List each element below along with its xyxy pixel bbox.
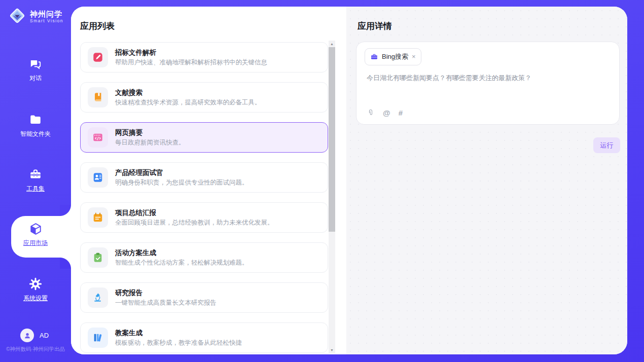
app-card-title: 研究报告 — [115, 288, 217, 297]
paperclip-icon[interactable] — [367, 108, 375, 117]
folder-icon — [29, 113, 42, 126]
run-button[interactable]: 运行 — [593, 137, 620, 153]
app-list-panel: 应用列表 招标文件解析 帮助用户快速、准确地理解和解析招标书中的关键信息 — [71, 7, 346, 354]
sidebar-item-smart-folder[interactable]: 智能文件夹 — [0, 113, 71, 138]
brand-name: 神州问学 — [30, 10, 63, 18]
calendar-report-icon — [88, 207, 108, 228]
edit-square-icon — [88, 47, 108, 67]
app-card-web-summary[interactable]: 网页摘要 每日政府新闻资讯快查。 — [80, 122, 328, 153]
app-card-bid-analysis[interactable]: 招标文件解析 帮助用户快速、准确地理解和解析招标书中的关键信息 — [80, 42, 328, 73]
at-icon[interactable]: @ — [383, 108, 390, 117]
sidebar-item-app-market[interactable]: 应用市场 — [0, 222, 71, 247]
app-card-desc: 一键智能生成高质量长文本研究报告 — [115, 299, 217, 307]
app-card-desc: 每日政府新闻资讯快查。 — [115, 138, 185, 147]
app-card-research-report[interactable]: 研究报告 一键智能生成高质量长文本研究报告 — [80, 282, 328, 313]
app-card-desc: 帮助用户快速、准确地理解和解析招标书中的关键信息 — [115, 58, 267, 66]
app-card-desc: 模板驱动，教案秒成，教学准备从此轻松快捷 — [115, 339, 242, 347]
app-card-title: 招标文件解析 — [115, 48, 267, 57]
sidebar-footer: ©神州数码·神州问学出品 — [0, 346, 71, 353]
tool-tag-bing-search[interactable]: Bing搜索 × — [365, 48, 421, 65]
app-card-literature-search[interactable]: 文献搜索 快速精准查找学术资源，提高研究效率的必备工具。 — [80, 82, 328, 113]
brand-subtitle: Smart Vision — [30, 18, 63, 24]
toolbox-icon — [29, 168, 42, 181]
hash-icon[interactable]: # — [399, 108, 403, 117]
app-detail-title: 应用详情 — [357, 20, 392, 32]
avatar — [20, 329, 34, 342]
gear-icon — [29, 277, 42, 291]
scroll-down-icon[interactable]: ▼ — [329, 347, 335, 353]
sidebar-item-toolset[interactable]: 工具集 — [0, 168, 71, 193]
app-card-desc: 明确身份和职责，为您提供专业性的面试问题。 — [115, 178, 248, 187]
microscope-icon — [88, 287, 108, 308]
sidebar-item-label: 对话 — [29, 75, 42, 82]
app-list-scrollbar[interactable]: ▲ ▼ — [329, 41, 335, 353]
chat-icon — [29, 57, 42, 70]
tool-tag-label: Bing搜索 — [382, 52, 408, 61]
books-icon — [88, 328, 108, 348]
user-initials: AD — [40, 332, 49, 339]
app-card-desc: 全面回顾项目进展，总结经验教训，助力未来优化发展。 — [115, 219, 274, 227]
prompt-card[interactable]: Bing搜索 × 今日湖北有哪些新闻要点？有哪些需要关注的最新政策？ @ # — [356, 42, 620, 125]
app-card-title: 产品经理面试官 — [115, 168, 248, 177]
attachment-toolbar: @ # — [367, 108, 403, 117]
clipboard-check-icon — [88, 247, 108, 268]
app-card-title: 网页摘要 — [115, 128, 185, 137]
app-card-title: 教案生成 — [115, 329, 242, 337]
app-card-pm-interviewer[interactable]: 产品经理面试官 明确身份和职责，为您提供专业性的面试问题。 — [80, 162, 328, 193]
sidebar-item-label: 智能文件夹 — [20, 130, 51, 137]
close-icon[interactable]: × — [412, 54, 416, 59]
content-area: 应用列表 招标文件解析 帮助用户快速、准确地理解和解析招标书中的关键信息 — [71, 7, 627, 354]
app-card-event-plan[interactable]: 活动方案生成 智能生成个性化活动方案，轻松解决规划难题。 — [80, 242, 328, 273]
cube-icon — [29, 222, 42, 235]
briefcase-icon — [370, 53, 378, 61]
user-row[interactable]: AD — [0, 329, 71, 344]
app-card-lesson-plan[interactable]: 教案生成 模板驱动，教案秒成，教学准备从此轻松快捷 — [80, 322, 328, 353]
browser-code-icon — [88, 127, 108, 148]
scroll-up-icon[interactable]: ▲ — [329, 41, 335, 47]
interviewer-icon — [88, 167, 108, 188]
app-detail-panel: 应用详情 Bing搜索 × 今日湖北有哪些新闻要点？有哪些需要关注的最新政策？ — [346, 7, 627, 354]
sidebar-item-label: 系统设置 — [23, 295, 48, 302]
app-list-title: 应用列表 — [80, 20, 115, 32]
diamond-logo-icon — [8, 7, 26, 27]
sidebar-item-settings[interactable]: 系统设置 — [0, 277, 71, 303]
book-icon — [88, 87, 108, 107]
app-card-title: 活动方案生成 — [115, 248, 248, 257]
scrollbar-thumb[interactable] — [329, 47, 335, 232]
question-text[interactable]: 今日湖北有哪些新闻要点？有哪些需要关注的最新政策？ — [367, 74, 605, 83]
app-card-title: 文献搜索 — [115, 88, 261, 97]
app-card-list: 招标文件解析 帮助用户快速、准确地理解和解析招标书中的关键信息 文献搜索 — [80, 42, 328, 354]
sidebar-item-chat[interactable]: 对话 — [0, 57, 71, 83]
sidebar-item-label: 应用市场 — [23, 239, 48, 246]
app-card-desc: 智能生成个性化活动方案，轻松解决规划难题。 — [115, 259, 248, 267]
sidebar-item-label: 工具集 — [26, 185, 45, 192]
app-card-title: 项目总结汇报 — [115, 208, 274, 217]
brand-logo: 神州问学 Smart Vision — [8, 7, 63, 27]
app-card-project-summary[interactable]: 项目总结汇报 全面回顾项目进展，总结经验教训，助力未来优化发展。 — [80, 202, 328, 233]
app-card-desc: 快速精准查找学术资源，提高研究效率的必备工具。 — [115, 98, 261, 106]
app-window: 神州问学 Smart Vision 对话 智能文件夹 — [0, 0, 644, 362]
sidebar: 神州问学 Smart Vision 对话 智能文件夹 — [0, 0, 71, 362]
